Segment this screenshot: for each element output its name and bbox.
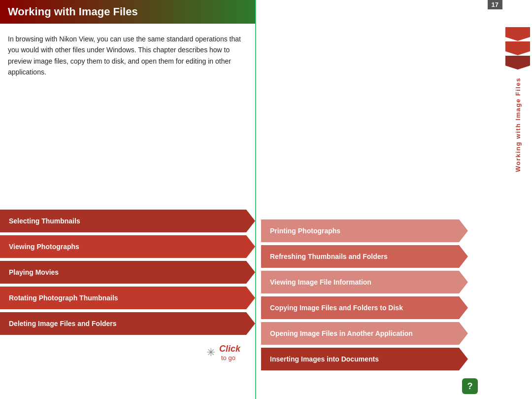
nav-item-opening-files[interactable]: Opening Image Files in Another Applicati… xyxy=(261,322,468,345)
right-panel: Printing Photographs Refreshing Thumbnai… xyxy=(256,0,484,399)
page-number: 17 xyxy=(488,0,502,9)
nav-item-rotating-thumbnails[interactable]: Rotating Photograph Thumbnails xyxy=(0,287,255,309)
left-panel: Working with Image Files In browsing wit… xyxy=(0,0,256,399)
nav-item-selecting-thumbnails[interactable]: Selecting Thumbnails xyxy=(0,210,255,232)
svg-marker-0 xyxy=(505,27,530,41)
click-area[interactable]: ✳ Click to go xyxy=(0,338,255,369)
main-container: Working with Image Files In browsing wit… xyxy=(0,0,532,399)
svg-marker-2 xyxy=(505,56,530,70)
vertical-tab-label: Working with Image Files xyxy=(514,77,522,172)
click-label: Click to go xyxy=(219,344,240,362)
cursor-icon: ✳ xyxy=(206,346,215,359)
left-nav: Selecting Thumbnails Viewing Photographs… xyxy=(0,210,255,369)
chevron-1-icon xyxy=(505,27,530,41)
page-title: Working with Image Files xyxy=(8,5,138,18)
nav-item-printing-photographs[interactable]: Printing Photographs xyxy=(261,219,468,242)
svg-marker-1 xyxy=(505,41,530,55)
right-nav: Printing Photographs Refreshing Thumbnai… xyxy=(261,219,468,372)
nav-item-refreshing-thumbnails[interactable]: Refreshing Thumbnails and Folders xyxy=(261,245,468,268)
nav-item-viewing-file-info[interactable]: Viewing Image File Information xyxy=(261,271,468,293)
chevron-3-icon xyxy=(505,56,530,70)
chevron-2-icon xyxy=(505,41,530,55)
nav-item-playing-movies[interactable]: Playing Movies xyxy=(0,261,255,284)
header: Working with Image Files xyxy=(0,0,255,24)
help-button[interactable]: ? xyxy=(462,378,478,394)
tab-chevrons xyxy=(505,27,530,70)
nav-item-inserting-images[interactable]: Inserting Images into Documents xyxy=(261,348,468,370)
nav-item-deleting-files[interactable]: Deleting Image Files and Folders xyxy=(0,312,255,335)
nav-item-copying-files[interactable]: Copying Image Files and Folders to Disk xyxy=(261,296,468,319)
vertical-tab-panel: Working with Image Files xyxy=(503,0,532,399)
nav-item-viewing-photographs[interactable]: Viewing Photographs xyxy=(0,235,255,258)
